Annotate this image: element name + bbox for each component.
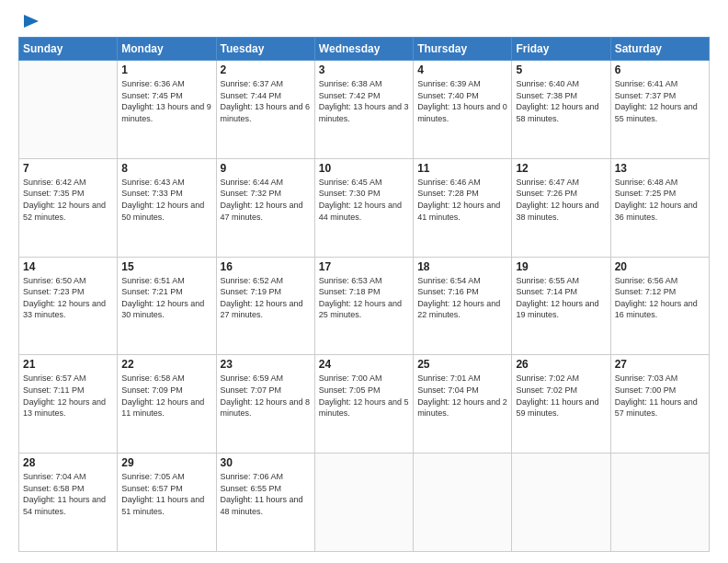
day-number: 29 <box>121 456 211 469</box>
calendar-cell: 4Sunrise: 6:39 AMSunset: 7:40 PMDaylight… <box>414 61 512 159</box>
day-number: 11 <box>417 162 507 175</box>
day-header-saturday: Saturday <box>610 38 709 61</box>
day-info: Sunrise: 6:48 AMSunset: 7:25 PMDaylight:… <box>615 177 705 223</box>
day-info: Sunrise: 6:43 AMSunset: 7:33 PMDaylight:… <box>121 177 211 223</box>
day-number: 24 <box>319 358 409 371</box>
calendar-cell: 7Sunrise: 6:42 AMSunset: 7:35 PMDaylight… <box>19 158 118 257</box>
calendar-cell: 20Sunrise: 6:56 AMSunset: 7:12 PMDayligh… <box>610 257 709 355</box>
day-info: Sunrise: 6:44 AMSunset: 7:32 PMDaylight:… <box>221 177 311 223</box>
day-number: 10 <box>319 162 409 175</box>
day-number: 21 <box>23 358 113 371</box>
calendar-cell: 24Sunrise: 7:00 AMSunset: 7:05 PMDayligh… <box>314 355 413 454</box>
day-info: Sunrise: 6:50 AMSunset: 7:23 PMDaylight:… <box>23 275 113 321</box>
day-info: Sunrise: 6:42 AMSunset: 7:35 PMDaylight:… <box>23 177 113 223</box>
day-info: Sunrise: 6:55 AMSunset: 7:14 PMDaylight:… <box>516 275 606 321</box>
calendar-cell: 1Sunrise: 6:36 AMSunset: 7:45 PMDaylight… <box>118 61 216 159</box>
day-number: 25 <box>417 358 507 371</box>
calendar-cell: 17Sunrise: 6:53 AMSunset: 7:18 PMDayligh… <box>314 257 413 355</box>
day-number: 30 <box>221 456 311 469</box>
calendar-cell: 9Sunrise: 6:44 AMSunset: 7:32 PMDaylight… <box>216 158 314 257</box>
day-header-thursday: Thursday <box>414 38 512 61</box>
day-info: Sunrise: 6:53 AMSunset: 7:18 PMDaylight:… <box>319 275 409 321</box>
day-number: 15 <box>121 260 211 273</box>
day-info: Sunrise: 6:52 AMSunset: 7:19 PMDaylight:… <box>221 275 311 321</box>
calendar-week-1: 1Sunrise: 6:36 AMSunset: 7:45 PMDaylight… <box>19 61 710 159</box>
day-info: Sunrise: 6:41 AMSunset: 7:37 PMDaylight:… <box>615 78 705 124</box>
day-number: 7 <box>23 162 113 175</box>
day-info: Sunrise: 6:36 AMSunset: 7:45 PMDaylight:… <box>121 78 211 124</box>
day-info: Sunrise: 6:45 AMSunset: 7:30 PMDaylight:… <box>319 177 409 223</box>
day-info: Sunrise: 6:39 AMSunset: 7:40 PMDaylight:… <box>417 78 507 124</box>
calendar-cell: 16Sunrise: 6:52 AMSunset: 7:19 PMDayligh… <box>216 257 314 355</box>
day-number: 28 <box>23 456 113 469</box>
day-number: 8 <box>121 162 211 175</box>
calendar-header-row: SundayMondayTuesdayWednesdayThursdayFrid… <box>19 38 710 61</box>
day-info: Sunrise: 7:05 AMSunset: 6:57 PMDaylight:… <box>121 471 211 517</box>
day-header-friday: Friday <box>512 38 610 61</box>
day-info: Sunrise: 6:59 AMSunset: 7:07 PMDaylight:… <box>221 373 311 419</box>
day-info: Sunrise: 6:51 AMSunset: 7:21 PMDaylight:… <box>121 275 211 321</box>
day-info: Sunrise: 6:47 AMSunset: 7:26 PMDaylight:… <box>516 177 606 223</box>
calendar-cell <box>610 454 709 552</box>
day-number: 20 <box>615 260 705 273</box>
day-number: 26 <box>516 358 606 371</box>
calendar-week-3: 14Sunrise: 6:50 AMSunset: 7:23 PMDayligh… <box>19 257 710 355</box>
day-number: 27 <box>615 358 705 371</box>
day-number: 5 <box>516 63 606 76</box>
day-number: 3 <box>319 63 409 76</box>
header <box>18 17 710 29</box>
calendar-cell: 3Sunrise: 6:38 AMSunset: 7:42 PMDaylight… <box>314 61 413 159</box>
day-header-wednesday: Wednesday <box>314 38 413 61</box>
day-info: Sunrise: 7:04 AMSunset: 6:58 PMDaylight:… <box>23 471 113 517</box>
calendar-cell: 22Sunrise: 6:58 AMSunset: 7:09 PMDayligh… <box>118 355 216 454</box>
day-number: 17 <box>319 260 409 273</box>
calendar-cell: 2Sunrise: 6:37 AMSunset: 7:44 PMDaylight… <box>216 61 314 159</box>
calendar-cell: 25Sunrise: 7:01 AMSunset: 7:04 PMDayligh… <box>414 355 512 454</box>
day-number: 13 <box>615 162 705 175</box>
calendar-cell: 5Sunrise: 6:40 AMSunset: 7:38 PMDaylight… <box>512 61 610 159</box>
calendar-cell <box>512 454 610 552</box>
day-number: 9 <box>221 162 311 175</box>
calendar-cell: 13Sunrise: 6:48 AMSunset: 7:25 PMDayligh… <box>610 158 709 257</box>
svg-marker-0 <box>24 15 39 28</box>
calendar-cell: 18Sunrise: 6:54 AMSunset: 7:16 PMDayligh… <box>414 257 512 355</box>
logo <box>18 17 40 29</box>
day-info: Sunrise: 7:03 AMSunset: 7:00 PMDaylight:… <box>615 373 705 419</box>
calendar-cell: 23Sunrise: 6:59 AMSunset: 7:07 PMDayligh… <box>216 355 314 454</box>
day-info: Sunrise: 7:02 AMSunset: 7:02 PMDaylight:… <box>516 373 606 419</box>
logo-icon <box>20 13 40 29</box>
day-number: 6 <box>615 63 705 76</box>
calendar-cell <box>314 454 413 552</box>
calendar-cell: 15Sunrise: 6:51 AMSunset: 7:21 PMDayligh… <box>118 257 216 355</box>
calendar-cell: 29Sunrise: 7:05 AMSunset: 6:57 PMDayligh… <box>118 454 216 552</box>
day-info: Sunrise: 6:37 AMSunset: 7:44 PMDaylight:… <box>221 78 311 124</box>
day-info: Sunrise: 7:06 AMSunset: 6:55 PMDaylight:… <box>221 471 311 517</box>
calendar-cell: 21Sunrise: 6:57 AMSunset: 7:11 PMDayligh… <box>19 355 118 454</box>
calendar-cell: 10Sunrise: 6:45 AMSunset: 7:30 PMDayligh… <box>314 158 413 257</box>
calendar-cell: 12Sunrise: 6:47 AMSunset: 7:26 PMDayligh… <box>512 158 610 257</box>
day-info: Sunrise: 6:57 AMSunset: 7:11 PMDaylight:… <box>23 373 113 419</box>
calendar-cell <box>414 454 512 552</box>
day-number: 12 <box>516 162 606 175</box>
day-number: 22 <box>121 358 211 371</box>
calendar-week-4: 21Sunrise: 6:57 AMSunset: 7:11 PMDayligh… <box>19 355 710 454</box>
day-number: 19 <box>516 260 606 273</box>
calendar-cell: 14Sunrise: 6:50 AMSunset: 7:23 PMDayligh… <box>19 257 118 355</box>
calendar-cell: 8Sunrise: 6:43 AMSunset: 7:33 PMDaylight… <box>118 158 216 257</box>
day-info: Sunrise: 6:54 AMSunset: 7:16 PMDaylight:… <box>417 275 507 321</box>
day-info: Sunrise: 6:38 AMSunset: 7:42 PMDaylight:… <box>319 78 409 124</box>
calendar-cell: 28Sunrise: 7:04 AMSunset: 6:58 PMDayligh… <box>19 454 118 552</box>
calendar-cell: 6Sunrise: 6:41 AMSunset: 7:37 PMDaylight… <box>610 61 709 159</box>
calendar-cell: 26Sunrise: 7:02 AMSunset: 7:02 PMDayligh… <box>512 355 610 454</box>
calendar-cell: 27Sunrise: 7:03 AMSunset: 7:00 PMDayligh… <box>610 355 709 454</box>
day-info: Sunrise: 6:46 AMSunset: 7:28 PMDaylight:… <box>417 177 507 223</box>
day-info: Sunrise: 7:01 AMSunset: 7:04 PMDaylight:… <box>417 373 507 419</box>
calendar-table: SundayMondayTuesdayWednesdayThursdayFrid… <box>18 37 710 552</box>
day-number: 1 <box>121 63 211 76</box>
calendar-week-2: 7Sunrise: 6:42 AMSunset: 7:35 PMDaylight… <box>19 158 710 257</box>
day-number: 18 <box>417 260 507 273</box>
calendar-cell <box>19 61 118 159</box>
day-number: 2 <box>221 63 311 76</box>
day-header-sunday: Sunday <box>19 38 118 61</box>
calendar-cell: 11Sunrise: 6:46 AMSunset: 7:28 PMDayligh… <box>414 158 512 257</box>
